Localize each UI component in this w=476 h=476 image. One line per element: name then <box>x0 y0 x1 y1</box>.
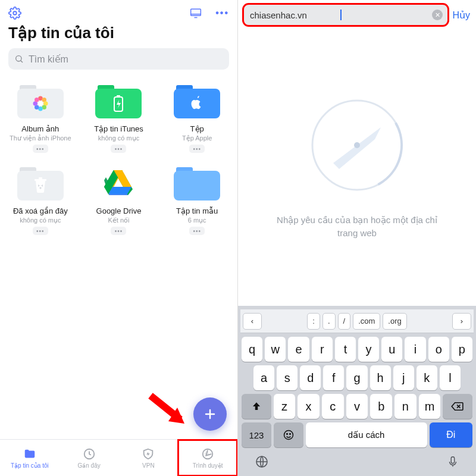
key-j[interactable]: j <box>393 365 414 390</box>
key-p[interactable]: p <box>452 337 472 362</box>
kbd-sym-dot[interactable]: . <box>322 313 336 330</box>
folder-files[interactable]: Tệp Tệp Apple ••• <box>159 78 235 156</box>
key-c[interactable]: c <box>322 394 344 419</box>
key-k[interactable]: k <box>416 365 437 390</box>
more-icon[interactable]: ••• <box>215 8 229 18</box>
plus-icon <box>203 407 217 421</box>
photos-icon <box>32 95 49 112</box>
compass-placeholder-icon <box>306 95 408 196</box>
add-button[interactable] <box>193 397 227 431</box>
kbd-next-icon[interactable]: › <box>452 313 471 330</box>
key-s[interactable]: s <box>277 365 298 390</box>
page-title: Tập tin của tôi <box>0 23 237 48</box>
key-123[interactable]: 123 <box>242 422 271 447</box>
folder-sample-files[interactable]: Tập tin mẫu 6 mục ••• <box>159 160 235 239</box>
key-b[interactable]: b <box>370 394 392 419</box>
svg-point-2 <box>16 56 21 61</box>
folder-recently-deleted[interactable]: Đã xoá gần đây không có mục ••• <box>2 160 79 239</box>
browser-prompt-text: Nhập yêu cầu của bạn hoặc một địa chỉ tr… <box>268 214 446 240</box>
kbd-row3: z x c v b n m <box>242 394 472 419</box>
settings-icon[interactable] <box>8 7 21 20</box>
key-m[interactable]: m <box>419 394 441 419</box>
svg-point-11 <box>35 98 39 102</box>
emoji-icon <box>283 429 295 441</box>
key-o[interactable]: o <box>428 337 449 362</box>
key-shift[interactable] <box>242 394 271 419</box>
key-e[interactable]: e <box>288 337 309 362</box>
item-more-icon[interactable]: ••• <box>189 145 205 153</box>
key-space[interactable]: dấu cách <box>306 422 427 447</box>
item-more-icon[interactable]: ••• <box>111 145 126 153</box>
key-v[interactable]: v <box>346 394 368 419</box>
svg-point-31 <box>286 434 287 435</box>
shift-icon <box>251 401 262 412</box>
key-y[interactable]: y <box>358 337 379 362</box>
key-l[interactable]: l <box>440 365 461 390</box>
clear-input-icon[interactable]: ✕ <box>432 10 443 20</box>
key-i[interactable]: i <box>405 337 425 362</box>
desktop-icon[interactable] <box>189 7 202 19</box>
key-x[interactable]: x <box>298 394 320 419</box>
key-f[interactable]: f <box>323 365 344 390</box>
key-emoji[interactable] <box>274 422 303 447</box>
svg-rect-14 <box>35 179 46 181</box>
address-input-text[interactable]: chiasenhac.vn <box>250 10 340 20</box>
kbd-sym-colon[interactable]: : <box>307 313 320 330</box>
key-g[interactable]: g <box>346 365 367 390</box>
tab-browser[interactable]: Trình duyệt <box>178 440 237 476</box>
svg-point-29 <box>354 142 360 148</box>
svg-rect-15 <box>39 177 42 179</box>
folder-photo-album[interactable]: Album ảnh Thư viện ảnh iPhone ••• <box>2 78 79 156</box>
item-more-icon[interactable]: ••• <box>111 227 126 235</box>
folder-google-drive[interactable]: Google Drive Kết nối ••• <box>81 160 157 239</box>
svg-rect-34 <box>451 457 455 464</box>
key-go[interactable]: Đi <box>430 422 472 447</box>
search-placeholder: Tìm kiếm <box>29 54 68 65</box>
address-bar[interactable]: chiasenhac.vn ✕ <box>244 5 447 25</box>
key-a[interactable]: a <box>253 365 274 390</box>
key-d[interactable]: d <box>300 365 321 390</box>
key-h[interactable]: h <box>370 365 391 390</box>
svg-point-0 <box>13 11 17 15</box>
google-drive-icon <box>104 170 133 195</box>
tab-recent[interactable]: Gần đây <box>60 440 119 476</box>
backspace-icon <box>451 402 464 411</box>
mic-icon[interactable] <box>446 455 459 471</box>
key-q[interactable]: q <box>242 337 262 362</box>
kbd-row4: 123 dấu cách Đi <box>242 422 472 447</box>
folder-itunes[interactable]: Tập tin iTunes không có mục ••• <box>81 78 157 156</box>
key-backspace[interactable] <box>443 394 472 419</box>
key-t[interactable]: t <box>335 337 356 362</box>
svg-rect-1 <box>191 9 201 15</box>
kbd-sym-slash[interactable]: / <box>338 313 351 330</box>
battery-icon <box>112 95 124 112</box>
kbd-prev-icon[interactable]: ‹ <box>243 313 262 330</box>
svg-point-30 <box>284 431 293 440</box>
kbd-row2: a s d f g h j k l <box>242 365 472 390</box>
cancel-button[interactable]: Hủy <box>452 10 470 21</box>
key-n[interactable]: n <box>394 394 416 419</box>
tab-vpn[interactable]: VPN <box>119 440 178 476</box>
kbd-sym-com[interactable]: .com <box>353 313 380 330</box>
item-more-icon[interactable]: ••• <box>33 145 48 153</box>
key-z[interactable]: z <box>274 394 296 419</box>
search-input[interactable]: Tìm kiếm <box>8 48 229 70</box>
trash-icon <box>33 177 48 194</box>
globe-icon[interactable] <box>255 455 269 471</box>
tab-my-files[interactable]: Tập tin của tôi <box>0 440 60 476</box>
text-caret <box>340 10 342 20</box>
svg-point-3 <box>38 101 43 106</box>
key-u[interactable]: u <box>381 337 402 362</box>
item-more-icon[interactable]: ••• <box>189 227 205 235</box>
key-w[interactable]: w <box>265 337 286 362</box>
item-more-icon[interactable]: ••• <box>33 227 48 235</box>
svg-point-32 <box>289 434 290 435</box>
apple-icon <box>190 96 203 111</box>
keyboard: ‹ : . / .com .org › q w e r t y u i o p … <box>238 306 476 476</box>
kbd-sym-org[interactable]: .org <box>383 313 406 330</box>
kbd-row1: q w e r t y u i o p <box>242 337 472 362</box>
key-r[interactable]: r <box>312 337 333 362</box>
